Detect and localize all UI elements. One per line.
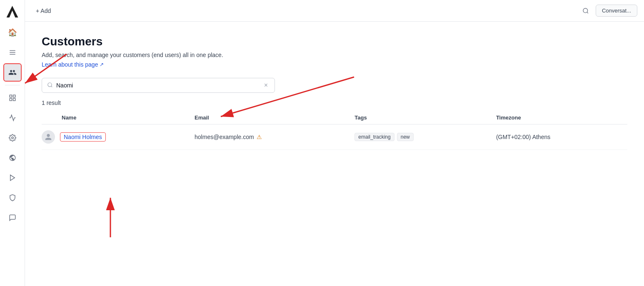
results-count: 1 result: [42, 99, 627, 106]
sidebar-item-security[interactable]: [3, 189, 22, 207]
svg-line-10: [587, 12, 588, 13]
search-clear-button[interactable]: ×: [262, 82, 270, 89]
page-content-area: Customers Add, search, and manage your c…: [25, 22, 644, 286]
main-content: + Add Conversat... Customers Add, search…: [25, 0, 644, 286]
sidebar-item-media[interactable]: [3, 169, 22, 187]
svg-rect-5: [10, 99, 12, 101]
sidebar: 🏠: [0, 0, 25, 286]
logo: [4, 3, 21, 20]
tag: new: [397, 133, 414, 141]
customer-name-cell: Naomi Holmes: [42, 124, 195, 150]
page-title: Customers: [42, 35, 627, 48]
topbar-right: Conversat...: [579, 4, 637, 17]
topbar-left: + Add: [32, 6, 55, 16]
table-row: Naomi Holmes holmes@example.com⚠email_tr…: [42, 124, 627, 150]
svg-point-11: [48, 82, 52, 86]
sidebar-item-reports[interactable]: [3, 89, 22, 107]
topbar: + Add Conversat...: [25, 0, 644, 22]
warning-icon: ⚠: [257, 134, 262, 140]
svg-rect-3: [10, 95, 12, 97]
customer-tags-cell: email_trackingnew: [354, 124, 496, 150]
col-header-timezone: Timezone: [496, 111, 627, 124]
external-link-icon: ↗: [100, 62, 104, 67]
col-header-name: Name: [42, 111, 195, 124]
svg-line-12: [51, 86, 52, 87]
col-header-tags: Tags: [354, 111, 496, 124]
email-text: holmes@example.com: [195, 134, 254, 140]
global-search-button[interactable]: [579, 4, 592, 17]
sidebar-divider-1: [5, 85, 20, 85]
svg-point-7: [11, 137, 13, 139]
customer-timezone-cell: (GMT+02:00) Athens: [496, 124, 627, 150]
avatar: [42, 130, 55, 144]
page-description: Add, search, and manage your customers (…: [42, 52, 627, 58]
svg-rect-6: [13, 99, 15, 101]
sidebar-item-integrations[interactable]: [3, 149, 22, 167]
sidebar-item-settings[interactable]: [3, 129, 22, 147]
col-header-email: Email: [195, 111, 354, 124]
search-input[interactable]: [56, 82, 262, 89]
sidebar-item-analytics[interactable]: [3, 109, 22, 127]
sidebar-item-home[interactable]: 🏠: [3, 23, 22, 42]
svg-marker-8: [10, 175, 15, 181]
svg-point-9: [583, 8, 588, 13]
conversations-button[interactable]: Conversat...: [596, 5, 637, 17]
customer-search-bar: ×: [42, 78, 275, 93]
sidebar-item-feedback[interactable]: [3, 209, 22, 227]
sidebar-item-lists[interactable]: [3, 43, 22, 62]
search-bar-icon: [47, 82, 53, 89]
tag: email_tracking: [354, 133, 394, 141]
svg-rect-4: [13, 95, 15, 97]
customer-name-link[interactable]: Naomi Holmes: [60, 132, 106, 142]
learn-link[interactable]: Learn about this page ↗: [42, 61, 104, 68]
add-button[interactable]: + Add: [32, 6, 55, 16]
learn-link-text: Learn about this page: [42, 61, 98, 68]
customer-email-cell: holmes@example.com⚠: [195, 124, 354, 150]
logo-icon: [7, 6, 18, 17]
customers-table: Name Email Tags Timezone Naomi Holmes ho…: [42, 111, 627, 150]
sidebar-item-customers[interactable]: [3, 63, 22, 82]
